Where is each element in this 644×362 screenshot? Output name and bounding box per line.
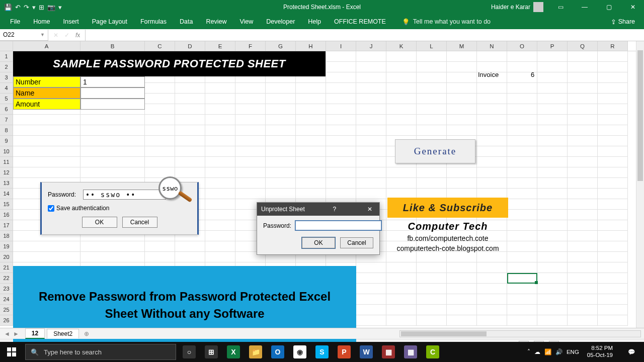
cell[interactable] (598, 231, 628, 241)
cell[interactable] (386, 115, 417, 125)
cell[interactable] (417, 284, 447, 294)
cell[interactable] (477, 315, 507, 326)
cell[interactable] (447, 315, 477, 326)
cell[interactable] (537, 199, 568, 210)
save-auth-checkbox[interactable] (48, 205, 54, 212)
cell[interactable] (598, 157, 628, 167)
cell[interactable] (477, 305, 507, 315)
cell[interactable] (598, 125, 628, 136)
ribbon-tab-office-remote[interactable]: OFFICE REMOTE (328, 15, 392, 28)
cell[interactable] (326, 136, 356, 146)
cell[interactable] (447, 125, 477, 136)
cell[interactable] (568, 199, 598, 210)
cell[interactable] (296, 83, 326, 94)
cell[interactable] (326, 104, 356, 115)
ribbon-options-icon[interactable]: ▭ (549, 0, 572, 14)
sheet-tab-active[interactable]: 12 (25, 328, 45, 339)
cell[interactable] (13, 115, 80, 125)
system-tray[interactable]: ˄ ☁ 📶 🔊 ENG 8:52 PM 05-Oct-19 💬 (527, 342, 644, 362)
ribbon-tab-help[interactable]: Help (302, 15, 327, 28)
taskbar-app-excel[interactable]: X (222, 342, 245, 362)
cell[interactable] (568, 94, 598, 104)
cell[interactable] (417, 94, 447, 104)
column-header[interactable]: B (80, 41, 145, 51)
cell[interactable] (537, 231, 568, 241)
redo-icon[interactable]: ↷ (24, 4, 29, 11)
taskbar-app-cortana[interactable]: ○ (178, 342, 200, 362)
cell[interactable] (507, 167, 537, 178)
row-header[interactable]: 10 (0, 146, 13, 157)
qa-more-icon[interactable]: ▾ (32, 4, 36, 11)
cell[interactable] (235, 157, 266, 167)
row-header[interactable]: 11 (0, 157, 13, 167)
sheet-tab-sheet2[interactable]: Sheet2 (47, 329, 79, 338)
cell[interactable] (417, 83, 447, 94)
cell[interactable] (417, 315, 447, 326)
cell[interactable] (598, 210, 628, 220)
cell[interactable] (296, 178, 326, 189)
cell[interactable] (296, 157, 326, 167)
row-header[interactable]: 13 (0, 178, 13, 189)
cell[interactable] (326, 189, 356, 199)
cell[interactable] (417, 305, 447, 315)
touch-icon[interactable]: ⊞ (39, 4, 44, 11)
tray-volume-icon[interactable]: 🔊 (555, 348, 562, 355)
cell[interactable] (145, 136, 175, 146)
cell[interactable] (507, 51, 537, 62)
cell[interactable] (356, 62, 386, 72)
cell[interactable] (537, 167, 568, 178)
cell[interactable] (447, 51, 477, 62)
table-value[interactable] (80, 99, 145, 110)
cell[interactable] (507, 146, 537, 157)
tell-me-search[interactable]: 💡 Tell me what you want to do (402, 18, 491, 26)
cell[interactable] (598, 294, 628, 305)
cell[interactable] (568, 189, 598, 199)
cell[interactable] (507, 178, 537, 189)
cell[interactable] (417, 72, 447, 83)
cell[interactable] (205, 241, 235, 252)
cell[interactable] (598, 94, 628, 104)
cell[interactable] (13, 125, 80, 136)
cancel-formula-icon[interactable]: ✕ (53, 32, 58, 39)
cell[interactable] (447, 167, 477, 178)
cell[interactable] (356, 167, 386, 178)
password-illustration-input[interactable] (83, 190, 166, 200)
cell[interactable] (537, 94, 568, 104)
cell[interactable] (598, 252, 628, 262)
column-header[interactable]: C (145, 41, 175, 51)
cell[interactable] (326, 125, 356, 136)
cell[interactable] (568, 125, 598, 136)
cell[interactable] (537, 252, 568, 262)
cell[interactable] (266, 178, 296, 189)
cell[interactable] (145, 104, 175, 115)
cell[interactable] (598, 262, 628, 273)
cell[interactable] (598, 62, 628, 72)
row-header[interactable]: 7 (0, 115, 13, 125)
taskbar-search[interactable]: 🔍 Type here to search (25, 344, 176, 360)
cell[interactable] (598, 220, 628, 231)
cell[interactable] (507, 305, 537, 315)
cell[interactable] (235, 146, 266, 157)
horizontal-scrollbar[interactable] (399, 330, 641, 337)
cell[interactable] (80, 241, 145, 252)
vertical-scrollbar[interactable] (636, 41, 644, 328)
cell[interactable] (537, 125, 568, 136)
cell[interactable] (598, 167, 628, 178)
row-header[interactable]: 24 (0, 294, 13, 305)
cell[interactable] (447, 94, 477, 104)
cell[interactable] (568, 136, 598, 146)
row-header[interactable]: 6 (0, 104, 13, 115)
taskbar-app-app2[interactable]: ▦ (399, 342, 422, 362)
cell[interactable] (326, 115, 356, 125)
add-sheet-icon[interactable]: ⊕ (84, 330, 89, 337)
qa-dd-icon[interactable]: ▾ (58, 4, 62, 11)
cell[interactable] (266, 94, 296, 104)
cell[interactable] (537, 104, 568, 115)
cell[interactable] (386, 315, 417, 326)
cell[interactable] (447, 252, 477, 262)
cell[interactable] (266, 115, 296, 125)
row-header[interactable]: 5 (0, 94, 13, 104)
cell[interactable] (537, 210, 568, 220)
cell[interactable] (447, 294, 477, 305)
cell[interactable] (568, 241, 598, 252)
